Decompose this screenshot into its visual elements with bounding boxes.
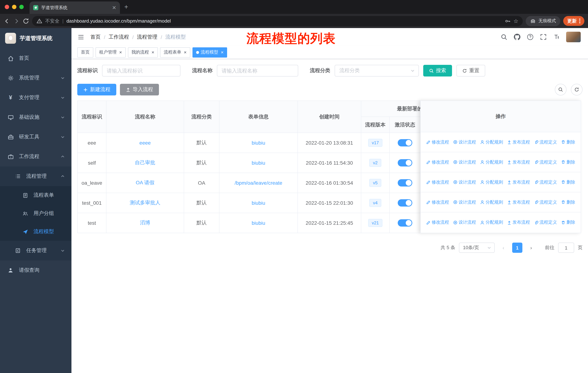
version-badge[interactable]: v4	[369, 199, 381, 207]
form-info-link[interactable]: biubiu	[252, 220, 265, 226]
back-icon[interactable]	[4, 18, 10, 24]
version-badge[interactable]: v2	[369, 159, 381, 167]
fullscreen-icon[interactable]	[540, 33, 547, 40]
browser-menu-icon[interactable]	[579, 19, 580, 23]
form-info-link[interactable]: biubiu	[252, 200, 265, 206]
sidebar-item-user-group[interactable]: 用户分组	[0, 204, 72, 222]
flow-name-link[interactable]: 测试多审批人	[130, 200, 160, 205]
flow-definition-link[interactable]: 流程定义	[534, 199, 557, 205]
edit-flow-link[interactable]: 修改流程	[426, 159, 449, 165]
flow-definition-link[interactable]: 流程定义	[534, 219, 557, 225]
help-icon[interactable]	[527, 33, 534, 40]
active-toggle[interactable]	[398, 159, 412, 166]
edit-flow-link[interactable]: 修改流程	[426, 219, 449, 225]
url-text[interactable]: dashboard.yudao.iocoder.cn/bpm/manager/m…	[66, 18, 502, 24]
import-flow-button[interactable]: 导入流程	[120, 84, 159, 95]
sidebar-item-system[interactable]: 系统管理	[0, 68, 72, 88]
reset-button[interactable]: 重置	[456, 65, 485, 77]
delete-link[interactable]: 删除	[561, 199, 575, 205]
refresh-table-button[interactable]	[571, 84, 583, 95]
edit-flow-link[interactable]: 修改流程	[426, 199, 449, 205]
flow-name-link[interactable]: 自己审批	[135, 160, 155, 165]
flow-definition-link[interactable]: 流程定义	[534, 179, 557, 185]
update-button[interactable]: 更新	[563, 16, 584, 26]
design-flow-link[interactable]: 设计流程	[453, 139, 476, 145]
sidebar-item-home[interactable]: 首页	[0, 49, 72, 68]
goto-page-input[interactable]	[558, 242, 574, 253]
delete-link[interactable]: 删除	[561, 159, 575, 165]
delete-link[interactable]: 删除	[561, 179, 575, 185]
view-tag-tenant[interactable]: 租户管理×	[95, 47, 126, 57]
delete-link[interactable]: 删除	[561, 219, 575, 225]
search-icon[interactable]	[501, 33, 507, 40]
form-info-link[interactable]: biubiu	[252, 160, 265, 166]
version-badge[interactable]: v17	[368, 139, 383, 147]
user-avatar[interactable]	[566, 32, 581, 42]
version-badge[interactable]: v5	[369, 179, 381, 187]
version-badge[interactable]: v21	[368, 219, 383, 227]
design-flow-link[interactable]: 设计流程	[453, 159, 476, 165]
publish-flow-link[interactable]: 发布流程	[507, 139, 530, 145]
font-size-icon[interactable]	[553, 33, 560, 40]
view-tag-flow-form[interactable]: 流程表单×	[160, 47, 190, 57]
edit-flow-link[interactable]: 修改流程	[426, 179, 449, 185]
active-toggle[interactable]	[398, 199, 412, 207]
close-icon[interactable]: ×	[151, 50, 154, 55]
edit-flow-link[interactable]: 修改流程	[426, 139, 449, 145]
breadcrumb-workflow[interactable]: 工作流程	[109, 34, 129, 40]
flow-name-link[interactable]: OA 请假	[136, 180, 155, 185]
app-brand[interactable]: 芋道管理系统	[0, 28, 72, 49]
form-info-link[interactable]: /bpm/oa/leave/create	[235, 180, 282, 186]
design-flow-link[interactable]: 设计流程	[453, 179, 476, 185]
breadcrumb-home[interactable]: 首页	[90, 34, 101, 40]
sidebar-item-leave-query[interactable]: 请假查询	[0, 261, 72, 280]
show-search-button[interactable]	[555, 84, 567, 95]
security-label[interactable]: 不安全	[45, 18, 59, 24]
minimize-window-button[interactable]	[12, 5, 16, 9]
page-number-current[interactable]: 1	[512, 242, 522, 253]
view-tag-my-flow[interactable]: 我的流程×	[128, 47, 158, 57]
assign-rule-link[interactable]: 分配规则	[480, 219, 503, 225]
assign-rule-link[interactable]: 分配规则	[480, 159, 503, 165]
design-flow-link[interactable]: 设计流程	[453, 199, 476, 205]
sidebar-item-flow-model[interactable]: 流程模型	[0, 222, 72, 241]
publish-flow-link[interactable]: 发布流程	[507, 159, 530, 165]
sidebar-item-payment[interactable]: ¥ 支付管理	[0, 88, 72, 107]
flow-category-select[interactable]: 流程分类	[335, 65, 419, 77]
assign-rule-link[interactable]: 分配规则	[480, 139, 503, 145]
browser-tab[interactable]: 芋道管理系统 ✕	[30, 1, 120, 14]
active-toggle[interactable]	[398, 139, 412, 146]
view-tag-flow-model[interactable]: 流程模型×	[192, 47, 227, 57]
sidebar-item-flow-management[interactable]: 流程管理	[0, 166, 72, 186]
flow-definition-link[interactable]: 流程定义	[534, 159, 557, 165]
tab-close-icon[interactable]: ✕	[112, 5, 116, 10]
bookmark-star-icon[interactable]: ☆	[514, 18, 518, 24]
page-size-select[interactable]: 10条/页	[459, 242, 495, 253]
sidebar-item-workflow[interactable]: 工作流程	[0, 147, 72, 166]
active-toggle[interactable]	[398, 179, 412, 186]
close-icon[interactable]: ×	[221, 50, 224, 55]
flow-name-link[interactable]: 滔博	[140, 220, 150, 225]
github-icon[interactable]	[514, 33, 521, 40]
close-icon[interactable]: ×	[119, 50, 122, 55]
zoom-window-button[interactable]	[19, 5, 24, 9]
form-info-link[interactable]: biubiu	[252, 140, 265, 146]
collapse-sidebar-icon[interactable]	[77, 33, 84, 40]
flow-definition-link[interactable]: 流程定义	[534, 139, 557, 145]
flow-key-input[interactable]	[102, 65, 180, 77]
sidebar-item-task-management[interactable]: 任务管理	[0, 241, 72, 261]
view-tag-home[interactable]: 首页	[77, 47, 93, 57]
flow-name-link[interactable]: eeee	[139, 140, 151, 146]
design-flow-link[interactable]: 设计流程	[453, 219, 476, 225]
next-page-button[interactable]: ›	[526, 242, 536, 253]
publish-flow-link[interactable]: 发布流程	[507, 179, 530, 185]
assign-rule-link[interactable]: 分配规则	[480, 199, 503, 205]
reload-icon[interactable]	[23, 18, 29, 24]
assign-rule-link[interactable]: 分配规则	[480, 179, 503, 185]
sidebar-item-devtools[interactable]: 研发工具	[0, 127, 72, 147]
forward-icon[interactable]	[13, 18, 20, 24]
close-window-button[interactable]	[5, 5, 9, 9]
breadcrumb-flow-management[interactable]: 流程管理	[137, 34, 158, 40]
search-button[interactable]: 搜索	[423, 65, 452, 77]
address-bar[interactable]: 不安全 | dashboard.yudao.iocoder.cn/bpm/man…	[32, 16, 523, 26]
